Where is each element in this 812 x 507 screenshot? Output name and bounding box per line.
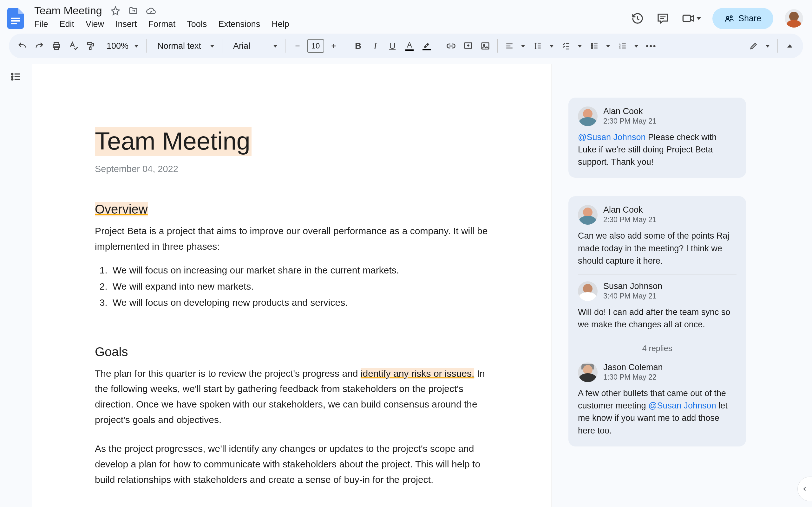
spellcheck-button[interactable] bbox=[66, 38, 81, 54]
comments-panel: Alan Cook 2:30 PM May 21 @Susan Johnson … bbox=[552, 63, 812, 507]
zoom-dropdown[interactable]: 100% bbox=[100, 41, 142, 51]
cloud-status-icon[interactable] bbox=[145, 5, 157, 16]
doc-date: September 04, 2022 bbox=[95, 164, 489, 174]
commenter-name: Susan Johnson bbox=[603, 281, 662, 291]
goals-paragraph-1: The plan for this quarter is to review t… bbox=[95, 366, 489, 428]
svg-point-13 bbox=[484, 45, 485, 46]
mention[interactable]: @Susan Johnson bbox=[648, 401, 716, 410]
align-dropdown[interactable] bbox=[502, 41, 528, 51]
text-color-button[interactable]: A bbox=[402, 38, 417, 54]
move-icon[interactable] bbox=[128, 5, 139, 16]
overview-paragraph: Project Beta is a project that aims to i… bbox=[95, 223, 489, 255]
paint-format-button[interactable] bbox=[83, 38, 98, 54]
print-button[interactable] bbox=[49, 38, 64, 54]
comment-body: Can we also add some of the points Raj m… bbox=[578, 230, 737, 267]
svg-rect-3 bbox=[683, 15, 690, 21]
redo-button[interactable] bbox=[32, 38, 47, 54]
overview-heading: Overview bbox=[95, 202, 148, 216]
numbered-list-dropdown[interactable]: 123 bbox=[615, 41, 642, 51]
svg-rect-10 bbox=[90, 47, 91, 50]
svg-point-14 bbox=[592, 43, 593, 44]
insert-link-button[interactable] bbox=[444, 38, 459, 54]
commenter-avatar bbox=[578, 362, 598, 382]
star-icon[interactable] bbox=[110, 5, 121, 16]
meet-icon[interactable] bbox=[681, 11, 695, 25]
commenter-name: Alan Cook bbox=[603, 107, 656, 116]
commenter-name: Alan Cook bbox=[603, 205, 656, 215]
svg-point-15 bbox=[592, 45, 593, 46]
comment-body: Will do! I can add after the team sync s… bbox=[578, 306, 737, 331]
comment-body: @Susan Johnson Please check with Luke if… bbox=[578, 131, 737, 168]
svg-point-22 bbox=[12, 78, 13, 80]
collapse-toolbar-button[interactable] bbox=[782, 38, 798, 54]
comment-timestamp: 2:30 PM May 21 bbox=[603, 117, 656, 125]
svg-point-16 bbox=[592, 48, 593, 49]
mention[interactable]: @Susan Johnson bbox=[578, 132, 646, 142]
svg-point-4 bbox=[726, 16, 729, 19]
comments-icon[interactable] bbox=[656, 11, 670, 25]
bold-button[interactable]: B bbox=[351, 38, 366, 54]
increase-font-button[interactable] bbox=[326, 38, 341, 54]
menu-help[interactable]: Help bbox=[271, 19, 289, 29]
svg-rect-1 bbox=[11, 20, 20, 21]
menu-format[interactable]: Format bbox=[148, 19, 176, 29]
menu-insert[interactable]: Insert bbox=[115, 19, 137, 29]
menu-edit[interactable]: Edit bbox=[60, 19, 74, 29]
share-label: Share bbox=[739, 14, 761, 23]
commenter-avatar bbox=[578, 281, 598, 301]
svg-point-21 bbox=[12, 76, 13, 77]
comment-timestamp: 2:30 PM May 21 bbox=[603, 216, 656, 224]
menu-extensions[interactable]: Extensions bbox=[218, 19, 260, 29]
font-dropdown[interactable]: Arial bbox=[227, 41, 281, 51]
undo-button[interactable] bbox=[14, 38, 30, 54]
line-spacing-dropdown[interactable] bbox=[530, 41, 557, 51]
account-avatar[interactable] bbox=[785, 9, 803, 27]
menu-tools[interactable]: Tools bbox=[187, 19, 207, 29]
list-item: We will expand into new markets. bbox=[110, 278, 489, 294]
highlight-color-button[interactable] bbox=[419, 38, 434, 54]
add-comment-button[interactable] bbox=[461, 38, 476, 54]
expand-side-panel-button[interactable] bbox=[798, 476, 812, 501]
italic-button[interactable]: I bbox=[368, 38, 383, 54]
document-title[interactable]: Team Meeting bbox=[32, 4, 104, 17]
meet-dropdown-caret[interactable] bbox=[697, 17, 701, 20]
doc-heading: Team Meeting bbox=[95, 127, 252, 156]
svg-rect-2 bbox=[11, 23, 17, 24]
show-outline-button[interactable] bbox=[9, 70, 23, 83]
svg-text:3: 3 bbox=[619, 47, 620, 49]
insert-image-button[interactable] bbox=[478, 38, 493, 54]
svg-rect-9 bbox=[88, 43, 92, 45]
menu-file[interactable]: File bbox=[34, 19, 48, 29]
phases-list: We will focus on increasing our market s… bbox=[95, 262, 489, 311]
list-item: We will focus on developing new products… bbox=[110, 294, 489, 311]
commenter-name: Jason Coleman bbox=[603, 362, 663, 372]
svg-point-5 bbox=[730, 16, 732, 18]
menubar: File Edit View Insert Format Tools Exten… bbox=[31, 17, 626, 33]
font-size-input[interactable]: 10 bbox=[307, 39, 324, 53]
docs-logo-icon[interactable] bbox=[4, 7, 27, 30]
underline-button[interactable]: U bbox=[385, 38, 400, 54]
comment-body: A few other bullets that came out of the… bbox=[578, 387, 737, 437]
comment-card[interactable]: Alan Cook 2:30 PM May 21 @Susan Johnson … bbox=[568, 98, 746, 178]
svg-point-20 bbox=[12, 73, 13, 74]
share-button[interactable]: Share bbox=[712, 8, 773, 29]
checklist-dropdown[interactable] bbox=[559, 41, 585, 51]
list-item: We will focus on increasing our market s… bbox=[110, 262, 489, 278]
svg-rect-0 bbox=[11, 18, 20, 19]
format-toolbar: 100% Normal text Arial 10 B I U A 123 ••… bbox=[9, 34, 803, 58]
history-icon[interactable] bbox=[630, 11, 645, 25]
document-page[interactable]: Team Meeting September 04, 2022 Overview… bbox=[32, 64, 552, 507]
replies-count[interactable]: 4 replies bbox=[578, 338, 737, 354]
editing-mode-dropdown[interactable] bbox=[746, 41, 773, 51]
bulleted-list-dropdown[interactable] bbox=[587, 41, 613, 51]
highlighted-text: identify any risks or issues. bbox=[361, 368, 474, 379]
comment-timestamp: 1:30 PM May 22 bbox=[603, 373, 663, 382]
goals-paragraph-2: As the project progresses, we'll identif… bbox=[95, 441, 489, 488]
paragraph-style-dropdown[interactable]: Normal text bbox=[151, 41, 217, 51]
menu-view[interactable]: View bbox=[86, 19, 104, 29]
comment-thread-card[interactable]: Alan Cook 2:30 PM May 21 Can we also add… bbox=[568, 196, 746, 446]
decrease-font-button[interactable] bbox=[290, 38, 305, 54]
more-tools-button[interactable]: ••• bbox=[644, 38, 659, 54]
commenter-avatar bbox=[578, 107, 598, 126]
goals-heading: Goals bbox=[95, 345, 489, 359]
